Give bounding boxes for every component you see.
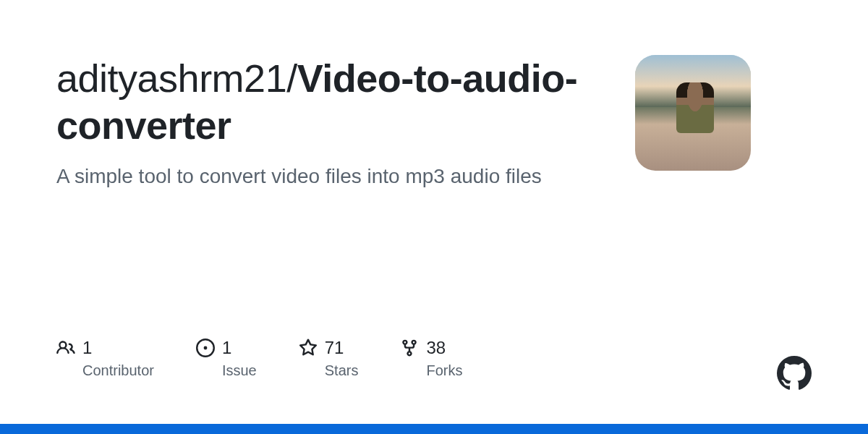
accent-bar — [0, 424, 868, 434]
repo-title[interactable]: adityashrm21/Video-to-audio-converter — [56, 55, 606, 149]
repo-owner[interactable]: adityashrm21 — [56, 56, 286, 100]
stat-label: Issue — [196, 362, 257, 379]
stat-value: 71 — [325, 338, 344, 358]
github-mark-icon[interactable] — [777, 356, 812, 391]
stats-bar: 1 Contributor 1 Issue 71 Stars 38 Forks — [56, 338, 462, 379]
stat-value: 38 — [426, 338, 446, 358]
stat-label: Contributor — [56, 362, 154, 379]
stat-value: 1 — [82, 338, 92, 358]
stat-contributors[interactable]: 1 Contributor — [56, 338, 154, 379]
repo-separator: / — [286, 56, 297, 100]
repo-description: A simple tool to convert video files int… — [56, 162, 606, 192]
star-icon — [299, 339, 318, 357]
stat-forks[interactable]: 38 Forks — [400, 338, 462, 379]
avatar[interactable] — [635, 55, 751, 171]
stat-value: 1 — [222, 338, 231, 358]
stat-label: Stars — [299, 362, 359, 379]
fork-icon — [400, 339, 419, 357]
stat-issues[interactable]: 1 Issue — [196, 338, 257, 379]
stat-label: Forks — [400, 362, 462, 379]
people-icon — [56, 339, 75, 357]
stat-stars[interactable]: 71 Stars — [299, 338, 359, 379]
issue-icon — [196, 339, 215, 357]
